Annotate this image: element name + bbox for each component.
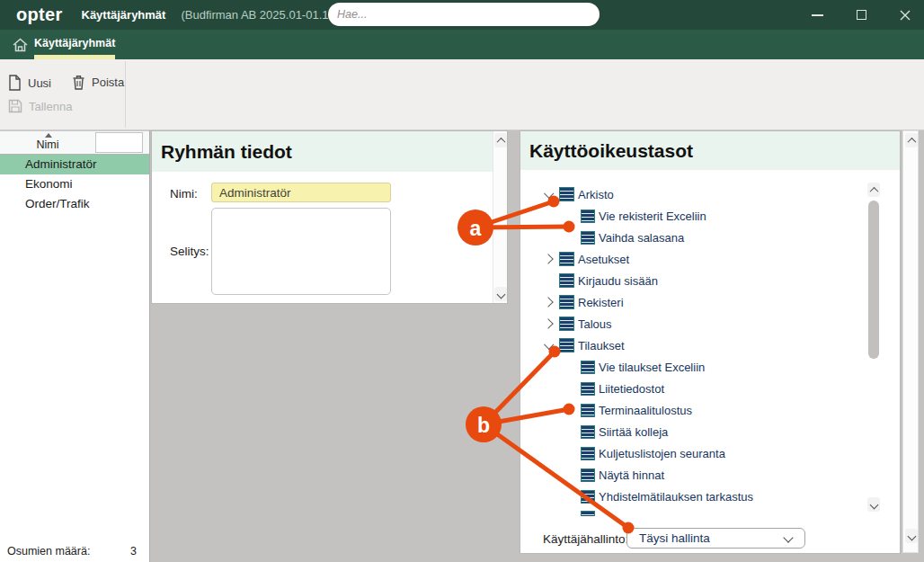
tree-item-label[interactable]: Asetukset <box>578 253 629 266</box>
tree-row[interactable]: Terminaalitulostus <box>520 399 860 421</box>
column-header-label: Nimi <box>0 138 95 151</box>
tree-row[interactable]: Rekisteri <box>520 291 860 313</box>
description-textarea[interactable] <box>211 208 391 295</box>
toolbar: Uusi Poista Tallenna <box>0 59 924 130</box>
maximize-button[interactable] <box>848 0 874 30</box>
tree-row[interactable]: Kuljetuslistojen seuranta <box>520 442 860 464</box>
tree-row[interactable]: Näytä hinnat <box>520 464 860 486</box>
chevron-down-icon <box>869 500 878 509</box>
tree-item-label[interactable]: Näytä hinnat <box>599 468 664 482</box>
group-details-header: Ryhmän tiedot <box>152 131 493 172</box>
tree-row[interactable]: Talous <box>520 313 860 335</box>
main-area: Nimi AdministratörEkonomiOrder/Trafik Os… <box>0 130 924 562</box>
tree-item-label[interactable]: Rekisteri <box>578 296 624 309</box>
tree-scrollbar[interactable] <box>866 183 882 512</box>
maximize-icon <box>857 10 866 20</box>
tree-item-label[interactable]: Yhdistelmätilauksen tarkastus <box>599 490 753 504</box>
group-list-rows: AdministratörEkonomiOrder/Trafik <box>0 155 149 214</box>
permission-item-icon <box>559 295 574 309</box>
permission-item-icon <box>559 317 574 331</box>
tab-kayttajaryhmat[interactable]: Käyttäjäryhmät <box>34 30 115 59</box>
toolbar-divider <box>125 61 126 128</box>
group-details-title: Ryhmän tiedot <box>161 141 292 163</box>
tree-row[interactable]: Vie tilaukset Exceliin <box>520 356 860 378</box>
tree-scrollbar-thumb[interactable] <box>868 201 879 359</box>
tree-item-label[interactable]: Liitetiedostot <box>599 382 664 396</box>
list-header: Nimi <box>0 130 149 155</box>
tree-row[interactable]: Vaihda salasana <box>520 227 860 248</box>
tree-item-label[interactable]: Kirjaudu sisään <box>578 274 658 288</box>
home-icon <box>12 37 29 53</box>
tree-row[interactable]: Kirjaudu sisään <box>520 270 860 291</box>
close-button[interactable] <box>893 0 918 30</box>
opter-window: opter Käyttäjäryhmät (Budfirman AB 2025.… <box>0 0 924 562</box>
match-count-value: 3 <box>130 545 137 558</box>
panel-scrollbar[interactable] <box>902 130 919 553</box>
delete-button[interactable]: Poista <box>72 75 124 90</box>
group-details-scrollbar[interactable] <box>493 131 507 303</box>
tree-item-label[interactable]: Talous <box>578 317 612 331</box>
tree-row[interactable]: Tilaukset <box>520 335 860 356</box>
save-button-disabled[interactable]: Tallenna <box>8 99 72 113</box>
tree-item-label[interactable]: Vie rekisterit Exceliin <box>599 210 706 223</box>
permission-item-icon <box>581 231 595 245</box>
new-button[interactable]: Uusi <box>8 75 51 91</box>
permission-item-icon <box>581 490 595 504</box>
permission-item-icon <box>581 447 595 460</box>
list-item[interactable]: Administratör <box>0 155 149 174</box>
tree-item-label[interactable]: Siirtää kolleja <box>599 425 668 439</box>
tree-collapsed-chevron-icon[interactable] <box>542 255 555 263</box>
tree-scroll-down-button[interactable] <box>867 497 880 512</box>
tree-row[interactable]: Arkisto <box>520 183 860 205</box>
tree-row[interactable]: Vie rekisterit Exceliin <box>520 205 860 227</box>
tree-item-label[interactable]: Vaihda salasana <box>599 231 684 245</box>
home-button[interactable] <box>7 34 32 56</box>
panel-scroll-down-button[interactable] <box>905 529 918 543</box>
permission-item-icon <box>581 425 595 439</box>
tree-item-label[interactable]: Terminaalitulostus <box>599 404 692 417</box>
tree-row[interactable]: Asetukset <box>520 248 860 270</box>
tree-collapsed-chevron-icon[interactable] <box>542 320 555 327</box>
permissions-title: Käyttöoikeustasot <box>529 140 693 162</box>
scroll-down-button[interactable] <box>494 287 507 301</box>
search-input[interactable] <box>328 3 600 26</box>
user-admin-dropdown[interactable]: Täysi hallinta <box>626 528 805 549</box>
tree-item-label[interactable]: Arkisto <box>578 188 614 201</box>
scroll-up-button[interactable] <box>494 133 507 147</box>
tree-item-label[interactable]: Kuljetuslistojen seuranta <box>599 447 725 460</box>
panel-scroll-up-button[interactable] <box>905 133 918 147</box>
chevron-down-icon <box>783 532 793 542</box>
user-admin-label: Käyttäjähallinto: <box>543 532 628 546</box>
save-floppy-icon <box>8 99 22 113</box>
description-field-label: Selitys: <box>170 245 209 258</box>
name-field-label: Nimi: <box>170 187 198 201</box>
group-details-card: Ryhmän tiedot Nimi: Selitys: <box>151 130 508 304</box>
permission-item-icon <box>581 210 595 223</box>
permission-item-icon <box>559 338 574 352</box>
group-list-panel: Nimi AdministratörEkonomiOrder/Trafik Os… <box>0 130 150 562</box>
tree-row[interactable]: Liitetiedostot <box>520 378 860 399</box>
column-header-nimi[interactable]: Nimi <box>0 131 95 154</box>
tree-collapsed-chevron-icon[interactable] <box>542 299 555 306</box>
save-button-label: Tallenna <box>29 100 72 113</box>
tree-item-label[interactable]: Vie tilaukset Exceliin <box>599 361 705 374</box>
permission-item-icon <box>559 252 574 266</box>
group-name-input[interactable] <box>211 183 391 202</box>
tree-scroll-up-button[interactable] <box>867 183 880 197</box>
tree-row[interactable]: Yhdistelmätilauksen tarkastus <box>520 486 860 507</box>
permission-item-icon <box>581 468 595 482</box>
list-item[interactable]: Order/Trafik <box>0 194 149 214</box>
chevron-down-icon <box>907 531 916 540</box>
title-bar: opter Käyttäjäryhmät (Budfirman AB 2025.… <box>0 0 924 30</box>
permissions-header: Käyttöoikeustasot <box>520 131 900 170</box>
window-title: Käyttäjäryhmät <box>82 8 166 22</box>
permission-item-icon <box>581 404 595 417</box>
tree-expanded-chevron-icon[interactable] <box>542 342 555 349</box>
list-item[interactable]: Ekonomi <box>0 174 149 194</box>
tree-expanded-chevron-icon[interactable] <box>542 191 555 198</box>
chevron-up-icon <box>907 137 916 146</box>
tree-row[interactable]: Siirtää kolleja <box>520 421 860 442</box>
tab-bar: Käyttäjäryhmät <box>0 30 924 59</box>
tree-item-label[interactable]: Tilaukset <box>578 339 625 352</box>
minimize-button[interactable] <box>804 0 830 30</box>
